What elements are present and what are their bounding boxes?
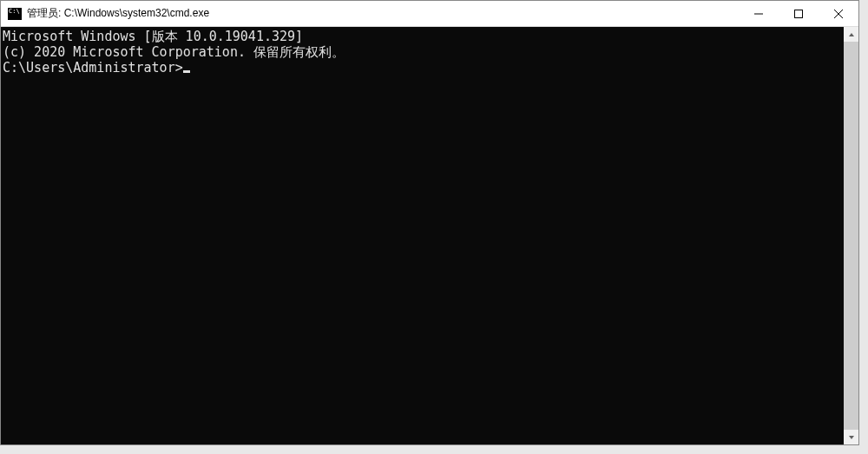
maximize-icon	[794, 10, 803, 18]
maximize-button[interactable]	[779, 1, 819, 26]
scroll-track[interactable]	[844, 42, 858, 430]
cursor	[183, 70, 190, 73]
chevron-up-icon	[848, 31, 855, 38]
vertical-scrollbar[interactable]	[844, 27, 858, 444]
svg-marker-4	[849, 33, 854, 36]
svg-marker-5	[849, 436, 854, 439]
terminal-output[interactable]: Microsoft Windows [版本 10.0.19041.329](c)…	[1, 27, 844, 444]
scroll-down-button[interactable]	[844, 430, 858, 444]
prompt-text: C:\Users\Administrator>	[3, 60, 183, 76]
cmd-icon	[8, 8, 22, 20]
minimize-button[interactable]	[739, 1, 779, 26]
svg-rect-1	[795, 10, 803, 17]
chevron-down-icon	[848, 434, 855, 441]
close-button[interactable]	[819, 1, 858, 26]
scroll-thumb[interactable]	[844, 42, 858, 430]
minimize-icon	[754, 10, 763, 18]
output-line: Microsoft Windows [版本 10.0.19041.329]	[3, 29, 842, 44]
scroll-up-button[interactable]	[844, 27, 858, 42]
terminal-area: Microsoft Windows [版本 10.0.19041.329](c)…	[1, 27, 858, 444]
prompt-line: C:\Users\Administrator>	[3, 60, 842, 76]
close-icon	[834, 10, 843, 18]
titlebar[interactable]: 管理员: C:\Windows\system32\cmd.exe	[1, 1, 858, 27]
window-controls	[739, 1, 858, 26]
window-title: 管理员: C:\Windows\system32\cmd.exe	[27, 6, 739, 21]
cmd-window: 管理员: C:\Windows\system32\cmd.exe Microso…	[0, 0, 859, 445]
output-line: (c) 2020 Microsoft Corporation. 保留所有权利。	[3, 44, 842, 60]
